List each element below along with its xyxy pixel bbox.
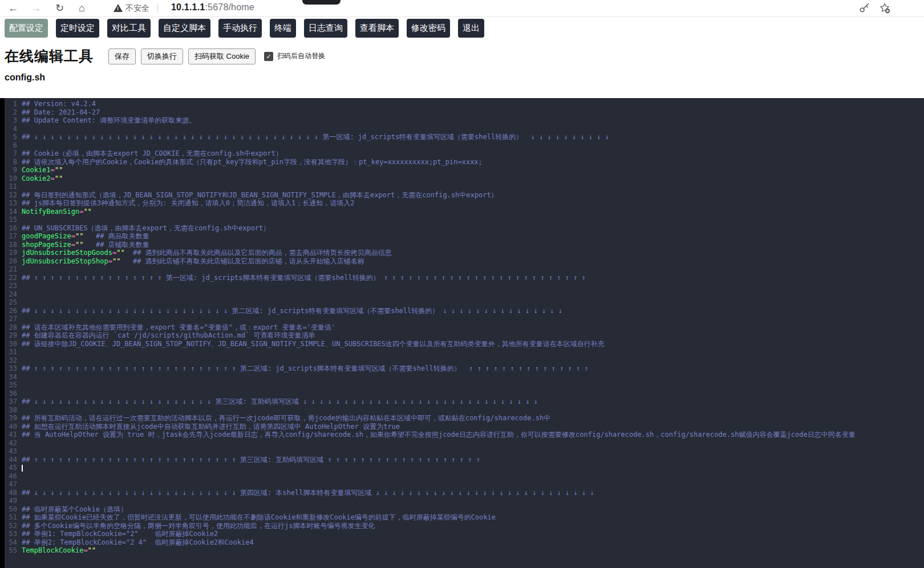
nav-button-7[interactable]: 查看脚本 bbox=[355, 19, 399, 38]
line-number: 53 bbox=[5, 530, 22, 538]
back-icon[interactable]: ← bbox=[8, 1, 18, 16]
code-line: 30## 该链接中除JD_COOKIE、JD_BEAN_SIGN_STOP_NO… bbox=[5, 340, 924, 348]
code-line: 10Cookie2="" bbox=[5, 175, 924, 183]
line-number: 45 bbox=[5, 464, 22, 472]
line-number: 50 bbox=[5, 505, 22, 514]
toggle-wrap-button[interactable]: 切换换行 bbox=[141, 48, 183, 64]
code-line: 33## ↑ ↑ ↑ ↑ ↑ ↑ ↑ ↑ ↑ ↑ ↑ ↑ ↑ ↑ ↑ ↑ ↑ ↑… bbox=[5, 364, 924, 373]
code-line: 25 bbox=[5, 298, 924, 307]
text-cursor bbox=[22, 465, 23, 472]
code-line: 50## 临时屏蔽某个Cookie（选填） bbox=[5, 505, 924, 514]
line-number: 34 bbox=[5, 373, 22, 382]
line-number: 29 bbox=[5, 331, 22, 340]
nav-button-8[interactable]: 修改密码 bbox=[407, 19, 450, 38]
code-line: 5## ↓ ↓ ↓ ↓ ↓ ↓ ↓ ↓ ↓ ↓ ↓ ↓ ↓ ↓ ↓ ↓ ↓ ↓ … bbox=[5, 133, 924, 141]
code-line: 34 bbox=[5, 373, 924, 382]
home-icon[interactable]: ⌂ bbox=[79, 1, 85, 16]
code-line: 21 bbox=[5, 265, 924, 274]
line-number: 18 bbox=[5, 241, 22, 249]
code-line: 14NotifyBeanSign="" bbox=[5, 208, 924, 216]
line-number: 3 bbox=[5, 116, 22, 125]
address-bar[interactable]: 10.1.1.1:5678/home bbox=[171, 2, 254, 13]
code-line: 36 bbox=[5, 390, 924, 398]
code-line: 29## 创建容器后在容器内运行 `cat /jd/scripts/github… bbox=[5, 331, 924, 340]
nav-button-1[interactable]: 定时设定 bbox=[56, 19, 99, 38]
code-line: 47 bbox=[5, 480, 924, 489]
code-editor[interactable]: 1## Version: v4.2.42## Date: 2021-04-273… bbox=[0, 98, 924, 568]
auto-replace-label: 扫码后自动替换 bbox=[277, 51, 325, 61]
line-number: 37 bbox=[5, 397, 22, 406]
auto-replace-checkbox[interactable]: ✓ bbox=[264, 52, 273, 61]
line-number: 47 bbox=[5, 480, 22, 489]
code-line: 3## Update Content: 调整环境变量清单的获取来源。 bbox=[5, 116, 924, 125]
code-line: 24 bbox=[5, 290, 924, 299]
page-title: 在线编辑工具 bbox=[5, 47, 94, 66]
code-line: 8## 请依次填入每个用户的Cookie，Cookie的具体形式（只有pt_ke… bbox=[5, 158, 924, 167]
password-key-icon[interactable] bbox=[858, 2, 870, 14]
line-number: 42 bbox=[5, 439, 22, 448]
line-number: 40 bbox=[5, 423, 22, 431]
line-number: 16 bbox=[5, 224, 22, 233]
code-line: 12## 每日签到的通知形式（选填，JD_BEAN_SIGN_STOP_NOTI… bbox=[5, 191, 924, 200]
code-line: 42 bbox=[5, 439, 924, 448]
code-line: 15 bbox=[5, 216, 924, 224]
line-number: 25 bbox=[5, 298, 22, 307]
line-number: 49 bbox=[5, 497, 22, 505]
line-number: 7 bbox=[5, 149, 22, 158]
nav-button-9[interactable]: 退出 bbox=[458, 19, 484, 38]
line-number: 11 bbox=[5, 182, 22, 191]
security-label[interactable]: 不安全 bbox=[125, 3, 149, 14]
code-line: 46 bbox=[5, 472, 924, 481]
line-number: 44 bbox=[5, 456, 22, 464]
line-number: 19 bbox=[5, 249, 22, 257]
code-line: 52## 多个Cookie编号以半角的空格分隔，两侧一对半角双引号，使用此功能后… bbox=[5, 522, 924, 530]
nav-button-5[interactable]: 终端 bbox=[270, 19, 296, 38]
main-nav: 配置设定定时设定对比工具自定义脚本手动执行终端日志查询查看脚本修改密码退出 bbox=[5, 19, 484, 38]
line-number: 9 bbox=[5, 166, 22, 175]
url-host: 10.1.1.1 bbox=[171, 2, 205, 12]
security-warning-icon[interactable]: ! bbox=[114, 4, 123, 12]
tab-bottom-fragment bbox=[302, 0, 341, 5]
line-number: 54 bbox=[5, 538, 22, 547]
favorite-star-add-icon[interactable] bbox=[879, 2, 890, 14]
line-number: 5 bbox=[5, 133, 22, 141]
line-number: 14 bbox=[5, 208, 22, 216]
code-line: 43 bbox=[5, 447, 924, 456]
line-number: 35 bbox=[5, 381, 22, 390]
code-line: 44## ↑ ↑ ↑ ↑ ↑ ↑ ↑ ↑ ↑ ↑ ↑ ↑ ↑ ↑ ↑ ↑ ↑ ↑… bbox=[5, 456, 924, 464]
line-number: 30 bbox=[5, 340, 22, 348]
line-number: 27 bbox=[5, 315, 22, 323]
scan-cookie-button[interactable]: 扫码获取 Cookie bbox=[188, 48, 256, 64]
line-number: 22 bbox=[5, 274, 22, 282]
code-line: 38 bbox=[5, 406, 924, 415]
line-number: 41 bbox=[5, 431, 22, 439]
refresh-icon[interactable]: ↻ bbox=[55, 1, 64, 16]
code-line: 53## 举例1: TempBlockCookie="2" 临时屏蔽掉Cooki… bbox=[5, 530, 924, 538]
code-line: 35 bbox=[5, 381, 924, 390]
code-line: 23 bbox=[5, 282, 924, 290]
line-number: 8 bbox=[5, 158, 22, 167]
file-name: config.sh bbox=[5, 72, 45, 83]
line-number: 1 bbox=[5, 100, 22, 108]
nav-button-6[interactable]: 日志查询 bbox=[304, 19, 347, 38]
code-line: 27 bbox=[5, 315, 924, 323]
save-button[interactable]: 保存 bbox=[108, 48, 136, 64]
code-line: 7## Cookie（必填，由脚本去export JD_COOKIE，无需在co… bbox=[5, 149, 924, 158]
nav-button-4[interactable]: 手动执行 bbox=[218, 19, 262, 38]
line-number: 15 bbox=[5, 216, 22, 224]
code-line: 41## 当 AutoHelpOther 设置为 true 时，jtask会先导… bbox=[5, 431, 924, 439]
line-number: 6 bbox=[5, 141, 22, 150]
code-line: 39## 所有互助码活动，请在运行过一次需要互助的活动脚本以后，再运行一次jco… bbox=[5, 414, 924, 423]
code-line: 54## 举例2: TempBlockCookie="2 4" 临时屏蔽掉Coo… bbox=[5, 538, 924, 547]
code-line: 51## 如果某些Cookie已经失效了，但暂时还没法更新，可以使用此功能在不删… bbox=[5, 513, 924, 522]
forward-icon[interactable]: → bbox=[31, 1, 41, 16]
line-number: 48 bbox=[5, 489, 22, 497]
code-line: 11 bbox=[5, 182, 924, 191]
nav-button-0[interactable]: 配置设定 bbox=[5, 19, 48, 38]
nav-button-2[interactable]: 对比工具 bbox=[107, 19, 151, 38]
code-line: 40## 如想在运行互助活动脚本时直接从jcode中自动获取互助码并进行互助，请… bbox=[5, 423, 924, 431]
nav-button-3[interactable]: 自定义脚本 bbox=[159, 19, 210, 38]
line-number: 38 bbox=[5, 406, 22, 415]
code-line: 13## js脚本每日签到提供3种通知方式，分别为: 关闭通知，请填入0；简洁通… bbox=[5, 199, 924, 208]
code-line: 2## Date: 2021-04-27 bbox=[5, 108, 924, 117]
